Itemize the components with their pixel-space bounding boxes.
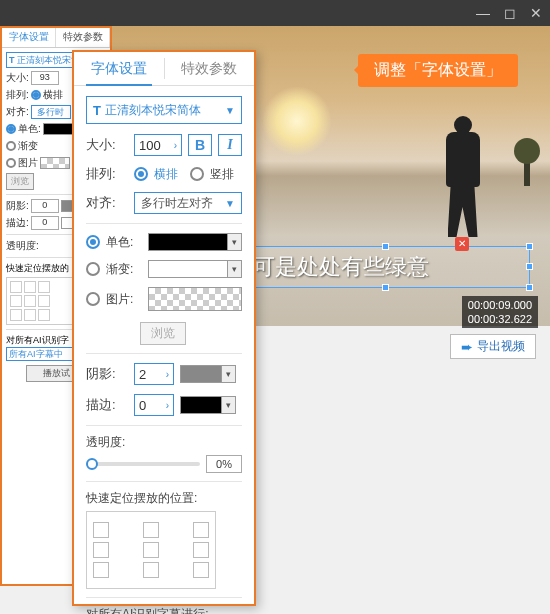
vertical-label: 竖排 [210,166,234,183]
skier-graphic [435,116,490,246]
minimize-icon[interactable]: — [476,5,490,21]
delete-icon[interactable]: ✕ [455,237,469,251]
radio-solid-color[interactable] [86,235,100,249]
resize-handle[interactable] [526,284,533,291]
resize-handle[interactable] [382,243,389,250]
size-input[interactable]: 100› [134,134,182,156]
image-label: 图片: [106,291,142,308]
export-video-button[interactable]: ➨ 导出视频 [450,334,536,359]
shadow-label: 阴影: [86,365,128,383]
resize-handle[interactable] [526,243,533,250]
title-bar: — ◻ ✕ [0,0,550,26]
pos-cell[interactable] [193,522,209,538]
radio-horizontal[interactable] [134,167,148,181]
image-swatch[interactable] [148,287,242,311]
bold-button[interactable]: B [188,134,212,156]
tab-font-settings[interactable]: 字体设置 [74,52,164,85]
pos-cell[interactable] [143,522,159,538]
chevron-down-icon: ▼ [225,198,235,209]
pos-cell[interactable] [193,562,209,578]
tree-graphic [524,156,530,186]
tutorial-callout: 调整「字体设置」 [358,54,518,87]
resize-handle[interactable] [382,284,389,291]
total-duration: 00:00:32.622 [468,312,532,326]
ai-subtitle-label: 对所有AI识别字幕进行: [86,606,242,614]
pos-cell[interactable] [93,542,109,558]
solid-label: 单色: [106,234,142,251]
position-grid [86,511,216,589]
align-label: 对齐: [86,194,128,212]
pos-cell[interactable] [93,562,109,578]
pos-cell[interactable] [93,522,109,538]
stroke-color-swatch[interactable]: ▾ [180,396,236,414]
tab-effect-params[interactable]: 特效参数 [165,52,255,85]
bg-tab-font[interactable]: 字体设置 [2,28,56,47]
pos-cell[interactable] [143,562,159,578]
stroke-input[interactable]: 0› [134,394,174,416]
current-time: 00:00:09.000 [468,298,532,312]
radio-image[interactable] [86,292,100,306]
browse-button[interactable]: 浏览 [140,322,186,345]
sun-graphic [262,86,332,156]
pos-cell[interactable] [143,542,159,558]
opacity-slider[interactable] [86,462,200,466]
arrange-label: 排列: [86,165,128,183]
stroke-label: 描边: [86,396,128,414]
shadow-input[interactable]: 2› [134,363,174,385]
slider-thumb[interactable] [86,458,98,470]
text-icon: T [93,103,101,118]
time-overlay: 00:00:09.000 00:00:32.622 [462,296,538,328]
chevron-right-icon: › [174,140,177,151]
opacity-value[interactable]: 0% [206,455,242,473]
italic-button[interactable]: I [218,134,242,156]
horizontal-label: 横排 [154,166,178,183]
gradient-swatch[interactable]: ▾ [148,260,242,278]
radio-vertical[interactable] [190,167,204,181]
gradient-label: 渐变: [106,261,142,278]
font-family-select[interactable]: T 正清刻本悦宋简体 ▼ [86,96,242,124]
radio-gradient[interactable] [86,262,100,276]
bg-tab-effect[interactable]: 特效参数 [56,28,110,47]
maximize-icon[interactable]: ◻ [504,5,516,21]
export-arrow-icon: ➨ [461,339,473,355]
close-icon[interactable]: ✕ [530,5,542,21]
chevron-down-icon: ▼ [225,105,235,116]
opacity-label: 透明度: [86,434,242,451]
align-select[interactable]: 多行时左对齐▼ [134,192,242,214]
font-settings-panel: 字体设置 特效参数 T 正清刻本悦宋简体 ▼ 大小: 100› B I 排列: … [72,50,256,606]
solid-color-swatch[interactable]: ▾ [148,233,242,251]
resize-handle[interactable] [526,263,533,270]
subtitle-box[interactable]: 可是处处有些绿意 ✕ [242,246,530,288]
quickpos-label: 快速定位摆放的位置: [86,490,242,507]
shadow-color-swatch[interactable]: ▾ [180,365,236,383]
pos-cell[interactable] [193,542,209,558]
size-label: 大小: [86,136,128,154]
subtitle-text: 可是处处有些绿意 [253,252,429,282]
